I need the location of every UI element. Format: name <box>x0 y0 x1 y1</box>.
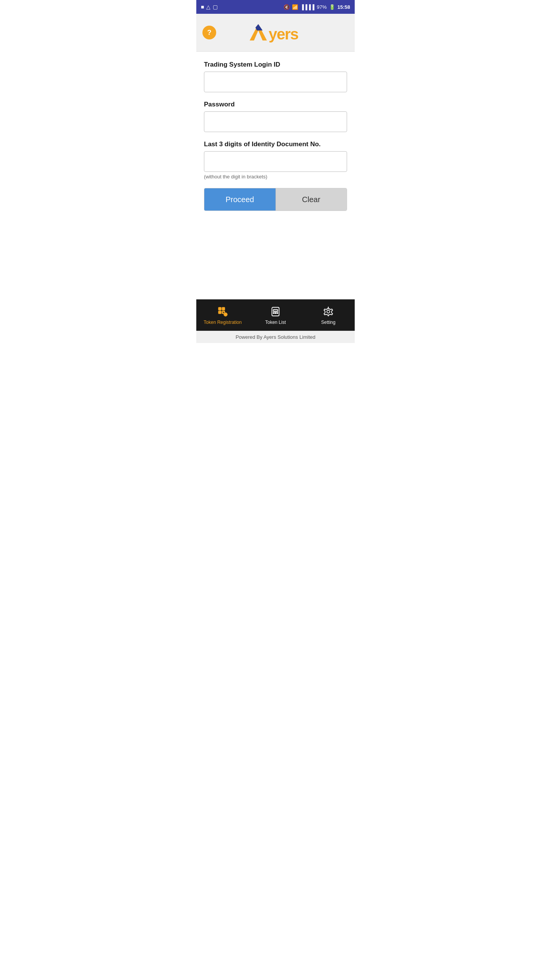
token-list-label: Token List <box>265 320 286 325</box>
svg-point-7 <box>224 313 227 316</box>
login-id-label: Trading System Login ID <box>204 61 347 69</box>
svg-rect-3 <box>218 307 222 310</box>
svg-rect-5 <box>218 311 222 314</box>
action-buttons: Proceed Clear <box>204 188 347 211</box>
status-bar-right: 🔇 📶 ▐▐▐▐ 97% 🔋 15:58 <box>284 4 350 10</box>
header: ? yers <box>196 14 355 52</box>
identity-input[interactable] <box>204 151 347 172</box>
setting-svg <box>323 306 334 317</box>
footer-text: Powered By Ayers Solutions Limited <box>236 334 316 340</box>
token-registration-icon <box>216 305 229 318</box>
token-registration-svg <box>217 306 228 317</box>
password-group: Password <box>204 101 347 132</box>
login-id-group: Trading System Login ID <box>204 61 347 92</box>
help-button[interactable]: ? <box>202 26 216 39</box>
identity-group: Last 3 digits of Identity Document No. (… <box>204 140 347 180</box>
setting-icon <box>322 305 335 318</box>
clear-button[interactable]: Clear <box>276 188 347 211</box>
svg-text:yers: yers <box>269 25 298 43</box>
svg-rect-13 <box>273 309 277 312</box>
nav-item-token-registration[interactable]: Token Registration <box>196 299 249 331</box>
wifi-icon: 📶 <box>292 4 298 10</box>
battery-icon: 🔋 <box>329 4 335 10</box>
token-registration-label: Token Registration <box>204 320 241 325</box>
bottom-nav: Token Registration Token List Setting <box>196 299 355 331</box>
nav-item-token-list[interactable]: Token List <box>249 299 302 331</box>
app-icon: ■ <box>201 4 204 10</box>
time-display: 15:58 <box>337 4 350 10</box>
token-list-icon <box>269 305 282 318</box>
image-icon: ▢ <box>213 4 218 10</box>
main-content: Trading System Login ID Password Last 3 … <box>196 52 355 299</box>
svg-point-10 <box>273 312 274 314</box>
password-label: Password <box>204 101 347 108</box>
battery-level: 97% <box>317 4 327 10</box>
signal-icon: ▐▐▐▐ <box>300 4 315 10</box>
password-input[interactable] <box>204 111 347 132</box>
status-bar: ■ △ ▢ 🔇 📶 ▐▐▐▐ 97% 🔋 15:58 <box>196 0 355 14</box>
svg-point-11 <box>275 312 276 314</box>
svg-marker-1 <box>256 24 263 31</box>
login-id-input[interactable] <box>204 72 347 92</box>
logo-container: yers <box>241 19 310 46</box>
status-bar-left: ■ △ ▢ <box>201 4 218 10</box>
svg-point-12 <box>277 312 278 314</box>
svg-rect-4 <box>222 307 225 310</box>
svg-point-14 <box>327 310 330 313</box>
token-list-svg <box>270 306 281 317</box>
setting-label: Setting <box>321 320 335 325</box>
identity-label: Last 3 digits of Identity Document No. <box>204 140 347 148</box>
alert-icon: △ <box>206 4 210 10</box>
identity-hint: (without the digit in brackets) <box>204 174 347 180</box>
mute-icon: 🔇 <box>284 4 290 10</box>
footer: Powered By Ayers Solutions Limited <box>196 331 355 343</box>
nav-item-setting[interactable]: Setting <box>302 299 355 331</box>
ayers-logo: yers <box>241 19 310 46</box>
proceed-button[interactable]: Proceed <box>204 188 276 211</box>
